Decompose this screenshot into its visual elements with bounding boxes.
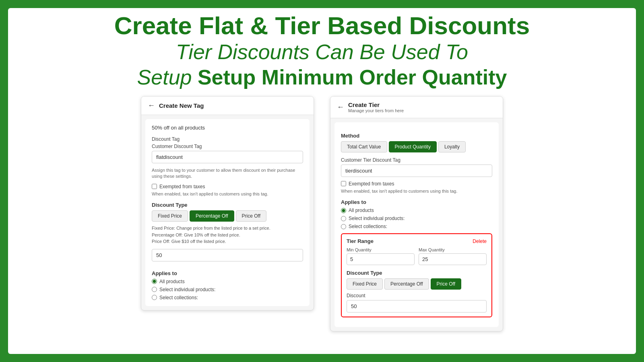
min-quantity-label: Min Quantity: [347, 247, 415, 252]
outer-container: Create Flat & Tier Based Discounts Tier …: [8, 8, 636, 354]
subtitle-setup: Setup: [137, 66, 198, 89]
right-radio-collections-label: Select collections:: [349, 224, 387, 229]
percentage-off-button[interactable]: Percentage Off: [190, 210, 234, 222]
exempted-taxes-label: Exempted from taxes: [159, 184, 205, 189]
right-applies-radio-group: All products Select individual products:…: [341, 208, 492, 229]
header-section: Create Flat & Tier Based Discounts Tier …: [16, 12, 628, 90]
right-radio-all-label: All products: [349, 208, 374, 213]
radio-all-products: All products: [152, 279, 303, 284]
tier-range-title: Tier Range: [347, 238, 374, 244]
left-panel-body: 50% off on all products Discount Tag Cus…: [145, 119, 310, 306]
discount-fixed-desc: Fixed Price: Change price from the liste…: [152, 225, 303, 245]
tier-fixed-price-button[interactable]: Fixed Price: [347, 278, 383, 290]
price-off-button[interactable]: Price Off: [236, 210, 266, 222]
right-radio-collections: Select collections:: [341, 224, 492, 229]
min-quantity-col: Min Quantity: [347, 247, 415, 265]
tier-discount-input[interactable]: [347, 300, 487, 313]
right-exempted-row: Exempted from taxes: [341, 181, 492, 187]
customer-tier-tag-input[interactable]: [341, 165, 492, 177]
radio-individual-input[interactable]: [152, 287, 157, 292]
delete-button[interactable]: Delete: [473, 239, 487, 244]
tab-loyalty[interactable]: Loyalty: [438, 141, 466, 152]
right-radio-individual: Select individual products:: [341, 216, 492, 221]
discount-tag-label: Discount Tag: [152, 136, 303, 142]
sub-title: Tier Discounts Can Be Used To Setup Setu…: [16, 39, 628, 90]
customer-tier-tag-label: Customer Tier Discount Tag: [341, 157, 492, 163]
right-panel: ← Create Tier Manage your tiers from her…: [330, 96, 503, 331]
exempted-taxes-checkbox[interactable]: [152, 184, 157, 189]
tab-product-quantity[interactable]: Product Quantity: [389, 141, 437, 152]
radio-collections: Select collections:: [152, 295, 303, 300]
main-title: Create Flat & Tier Based Discounts: [16, 12, 628, 39]
left-panel: ← Create New Tag 50% off on all products…: [141, 96, 314, 311]
right-panel-title: Create Tier: [348, 101, 404, 108]
discount-type-section-label: Discount Type: [152, 202, 303, 208]
tier-percentage-off-button[interactable]: Percentage Off: [384, 278, 429, 290]
subtitle-italic: Tier Discounts Can Be Used To: [176, 40, 468, 64]
radio-individual-label: Select individual products:: [159, 287, 215, 292]
right-back-arrow[interactable]: ←: [337, 103, 344, 111]
radio-all-products-input[interactable]: [152, 279, 157, 284]
right-radio-individual-label: Select individual products:: [349, 216, 405, 221]
tier-range-header: Tier Range Delete: [347, 238, 487, 244]
tier-discount-label: Discount: [347, 293, 487, 298]
radio-collections-input[interactable]: [152, 295, 157, 300]
discount-type-buttons: Fixed Price Percentage Off Price Off: [152, 210, 303, 222]
right-exempted-label: Exempted from taxes: [349, 181, 394, 187]
left-panel-header: ← Create New Tag: [141, 97, 314, 115]
exempted-helper-text: When enabled, tax isn't applied to custo…: [152, 191, 303, 197]
max-quantity-input[interactable]: [419, 253, 487, 265]
tier-price-off-button[interactable]: Price Off: [431, 278, 461, 290]
right-radio-individual-input[interactable]: [341, 216, 346, 221]
method-tabs: Total Cart Value Product Quantity Loyalt…: [341, 141, 492, 152]
exempted-taxes-row: Exempted from taxes: [152, 184, 303, 189]
tier-range-box: Tier Range Delete Min Quantity Max Quant…: [341, 233, 492, 317]
applies-to-radio-group: All products Select individual products:…: [152, 279, 303, 300]
right-radio-all-products: All products: [341, 208, 492, 213]
left-description: 50% off on all products: [152, 125, 303, 131]
right-radio-collections-input[interactable]: [341, 224, 346, 229]
tab-total-cart-value[interactable]: Total Cart Value: [341, 141, 387, 152]
left-panel-title: Create New Tag: [159, 102, 204, 109]
right-panel-title-stack: Create Tier Manage your tiers from here: [348, 101, 404, 113]
right-applies-to-label: Applies to: [341, 199, 492, 205]
radio-individual-products: Select individual products:: [152, 287, 303, 292]
customer-discount-tag-label: Customer Discount Tag: [152, 144, 303, 149]
method-label: Method: [341, 133, 492, 139]
tier-discount-type-label: Discount Type: [347, 270, 487, 276]
discount-tag-helper: Assign this tag to your customer to allo…: [152, 167, 303, 180]
max-quantity-col: Max Quantity: [419, 247, 487, 265]
min-max-row: Min Quantity Max Quantity: [347, 247, 487, 265]
right-panel-subtitle: Manage your tiers from here: [348, 108, 404, 113]
right-panel-body: Method Total Cart Value Product Quantity…: [334, 122, 499, 327]
radio-collections-label: Select collections:: [159, 295, 198, 300]
fixed-price-button[interactable]: Fixed Price: [152, 210, 188, 222]
discount-value-input[interactable]: [152, 249, 303, 261]
right-radio-all-input[interactable]: [341, 208, 346, 213]
tier-discount-type-buttons: Fixed Price Percentage Off Price Off: [347, 278, 487, 290]
right-exempted-checkbox[interactable]: [341, 181, 346, 186]
panels-container: ← Create New Tag 50% off on all products…: [16, 96, 628, 331]
max-quantity-label: Max Quantity: [419, 247, 487, 252]
right-panel-header: ← Create Tier Manage your tiers from her…: [330, 97, 503, 118]
customer-discount-tag-input[interactable]: [152, 151, 303, 163]
applies-to-label: Applies to: [152, 270, 303, 276]
subtitle-bold: Setup Minimum Order Quantity: [198, 66, 507, 89]
left-back-arrow[interactable]: ←: [148, 101, 155, 110]
min-quantity-input[interactable]: [347, 253, 415, 265]
radio-all-products-label: All products: [159, 279, 185, 284]
right-exempted-helper: When enabled, tax isn't applied to custo…: [341, 188, 492, 194]
